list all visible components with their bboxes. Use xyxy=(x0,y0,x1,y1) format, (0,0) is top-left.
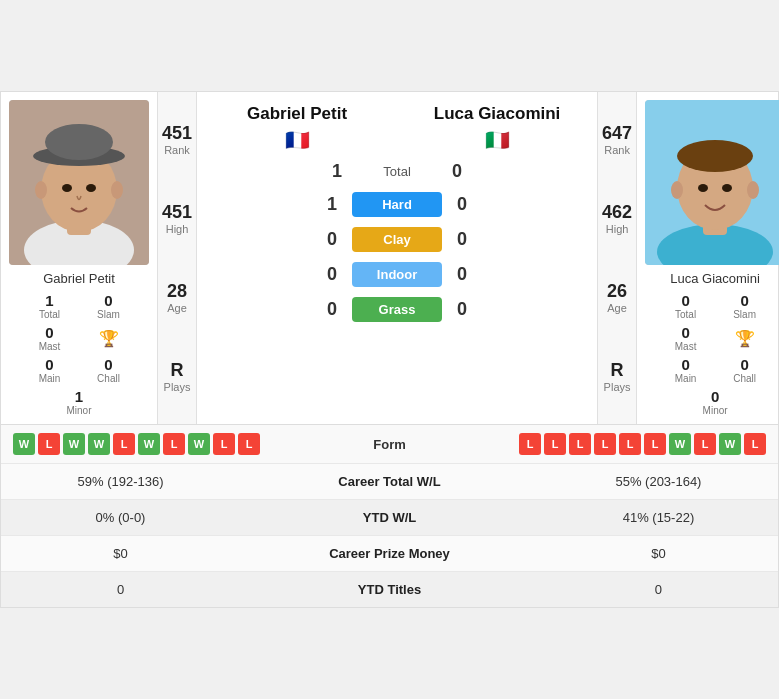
player2-slam-value: 0 xyxy=(740,292,748,309)
player-names-row: Gabriel Petit 🇫🇷 Luca Giacomini 🇮🇹 xyxy=(197,100,597,156)
player2-form-badges: LLLLLLWLWL xyxy=(450,433,767,455)
form-section: WLWWLWLWLL Form LLLLLLWLWL xyxy=(1,424,778,463)
player1-high-value: 451 xyxy=(162,202,192,223)
svg-point-16 xyxy=(722,184,732,192)
player2-mast-stat: 0 Mast xyxy=(658,324,713,352)
form-badge: W xyxy=(719,433,741,455)
clay-score-p2: 0 xyxy=(442,229,482,250)
total-score-p1: 1 xyxy=(317,161,357,182)
player1-header-name: Gabriel Petit xyxy=(247,104,347,124)
career-wl-row: 59% (192-136) Career Total W/L 55% (203-… xyxy=(1,464,778,500)
grass-score-p1: 0 xyxy=(312,299,352,320)
form-badge: W xyxy=(669,433,691,455)
player1-photo xyxy=(9,100,149,265)
center-block: Gabriel Petit 🇫🇷 Luca Giacomini 🇮🇹 1 Tot… xyxy=(197,92,597,424)
player2-total-value: 0 xyxy=(681,292,689,309)
player1-mast-stat: 0 Mast xyxy=(22,324,77,352)
player2-header-name: Luca Giacomini xyxy=(434,104,561,124)
player2-plays-value: R xyxy=(604,360,631,381)
career-wl-p2: 55% (203-164) xyxy=(539,464,778,500)
player1-chall-stat: 0 Chall xyxy=(81,356,136,384)
player2-slam-label: Slam xyxy=(733,309,756,320)
player1-mid-panel: 451 Rank 451 High 28 Age R Plays xyxy=(157,92,197,424)
career-wl-p1: 59% (192-136) xyxy=(1,464,240,500)
svg-point-15 xyxy=(698,184,708,192)
player2-chall-label: Chall xyxy=(733,373,756,384)
player2-card: Luca Giacomini 0 Total 0 Slam 0 Mast 🏆 0 xyxy=(637,92,779,424)
form-badge: L xyxy=(644,433,666,455)
prize-row: $0 Career Prize Money $0 xyxy=(1,536,778,572)
player1-minor-label: Minor xyxy=(66,405,91,416)
form-badge: L xyxy=(544,433,566,455)
player2-main-value: 0 xyxy=(681,356,689,373)
player2-photo xyxy=(645,100,779,265)
player1-slam-value: 0 xyxy=(104,292,112,309)
player2-chall-value: 0 xyxy=(740,356,748,373)
player2-age-stat: 26 Age xyxy=(607,281,627,314)
indoor-score-p1: 0 xyxy=(312,264,352,285)
clay-surface-btn[interactable]: Clay xyxy=(352,227,442,252)
titles-p2: 0 xyxy=(539,572,778,608)
player1-trophy-icon: 🏆 xyxy=(81,324,136,352)
player2-mast-label: Mast xyxy=(675,341,697,352)
player2-main-label: Main xyxy=(675,373,697,384)
player2-plays-stat: R Plays xyxy=(604,360,631,393)
player1-card: Gabriel Petit 1 Total 0 Slam 0 Mast 🏆 0 … xyxy=(1,92,157,424)
form-badge: L xyxy=(163,433,185,455)
svg-point-18 xyxy=(747,181,759,199)
player2-minor-value: 0 xyxy=(711,388,719,405)
form-badge: L xyxy=(569,433,591,455)
player2-main-stat: 0 Main xyxy=(658,356,713,384)
grass-surface-btn[interactable]: Grass xyxy=(352,297,442,322)
form-badge: L xyxy=(113,433,135,455)
player1-form-badges: WLWWLWLWLL xyxy=(13,433,330,455)
player2-minor-stat: 0 Minor xyxy=(688,388,743,416)
prize-p2: $0 xyxy=(539,536,778,572)
player2-age-label: Age xyxy=(607,302,627,314)
svg-point-6 xyxy=(62,184,72,192)
player2-trophy-icon: 🏆 xyxy=(717,324,772,352)
player1-plays-stat: R Plays xyxy=(164,360,191,393)
player2-plays-label: Plays xyxy=(604,381,631,393)
form-badge: L xyxy=(213,433,235,455)
form-badge: W xyxy=(138,433,160,455)
player2-age-value: 26 xyxy=(607,281,627,302)
player1-main-label: Main xyxy=(39,373,61,384)
player2-high-value: 462 xyxy=(602,202,632,223)
titles-p1: 0 xyxy=(1,572,240,608)
grass-score-p2: 0 xyxy=(442,299,482,320)
player1-stats: 1 Total 0 Slam 0 Mast 🏆 0 Main 0 xyxy=(9,292,149,416)
svg-point-8 xyxy=(35,181,47,199)
form-badge: L xyxy=(238,433,260,455)
player1-flag: 🇫🇷 xyxy=(285,128,310,152)
total-label: Total xyxy=(357,164,437,179)
clay-score-p1: 0 xyxy=(312,229,352,250)
total-score-row: 1 Total 0 xyxy=(197,161,597,182)
form-label: Form xyxy=(330,437,450,452)
prize-label: Career Prize Money xyxy=(240,536,539,572)
player1-main-value: 0 xyxy=(45,356,53,373)
ytd-wl-p1: 0% (0-0) xyxy=(1,500,240,536)
player1-high-label: High xyxy=(162,223,192,235)
indoor-surface-btn[interactable]: Indoor xyxy=(352,262,442,287)
player1-rank-stat: 451 Rank xyxy=(162,123,192,156)
hard-surface-btn[interactable]: Hard xyxy=(352,192,442,217)
form-badge: L xyxy=(619,433,641,455)
player1-age-value: 28 xyxy=(167,281,187,302)
form-badge: W xyxy=(188,433,210,455)
form-badge: L xyxy=(594,433,616,455)
player1-chall-label: Chall xyxy=(97,373,120,384)
player2-rank-label: Rank xyxy=(602,144,632,156)
player1-header: Gabriel Petit 🇫🇷 xyxy=(197,100,397,156)
player2-total-label: Total xyxy=(675,309,696,320)
player1-name-label: Gabriel Petit xyxy=(43,271,115,286)
player2-mid-panel: 647 Rank 462 High 26 Age R Plays xyxy=(597,92,637,424)
player2-chall-stat: 0 Chall xyxy=(717,356,772,384)
indoor-score-row: 0 Indoor 0 xyxy=(197,262,597,287)
player1-minor-value: 1 xyxy=(75,388,83,405)
player1-chall-value: 0 xyxy=(104,356,112,373)
form-badge: L xyxy=(744,433,766,455)
player2-header: Luca Giacomini 🇮🇹 xyxy=(397,100,597,156)
player2-high-label: High xyxy=(602,223,632,235)
player1-age-stat: 28 Age xyxy=(167,281,187,314)
